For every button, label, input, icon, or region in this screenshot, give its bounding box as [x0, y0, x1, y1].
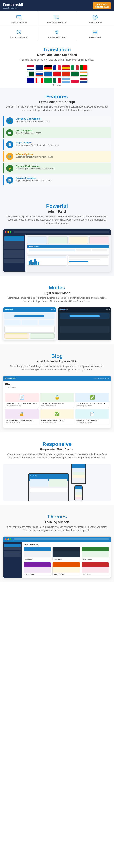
dot-minimize: [7, 538, 9, 540]
feature-performance-desc: Speed is optimized by using clever cachi…: [16, 167, 55, 170]
generator-icon: +: [54, 14, 60, 21]
blog-card-img: 🔒: [40, 393, 74, 402]
nav-domain-generator[interactable]: + DOMAIN GENERATOR: [38, 11, 76, 26]
admin-settings-panel: [68, 255, 109, 266]
blog-screenshot: Domainskit Home Blog Tools Blog Posts & …: [3, 376, 111, 428]
themes-menu-item: [4, 554, 21, 557]
themes-topbar: [3, 536, 111, 542]
admin-sidebar-nav: [3, 235, 25, 272]
nav-expired-domains[interactable]: EXPIRED DOMAINS: [0, 26, 38, 41]
blog-card-3: 🔒 IMPORTANT FACTS ABOUT DOMAINS Short de…: [5, 409, 39, 424]
feature-smtp: ✉️ SMTP Support Send E-Mails through SMT…: [3, 127, 111, 138]
themes-description: If you don't like the default design of …: [7, 525, 107, 532]
desktop-device: Domainskit: [28, 473, 69, 501]
svg-point-16: [56, 31, 57, 32]
admin-screenshot: ■ Search Queries: [3, 229, 111, 272]
flag-tr: [53, 71, 61, 76]
light-mini-card: [4, 334, 29, 339]
flag-it: [71, 65, 79, 70]
nav-dot: [54, 309, 55, 310]
blog-card-2: ✅ A DOMAIN NAME WILL BE AVAILABLE? Short…: [75, 393, 109, 408]
feature-options-desc: Customize all features in the Admin Pane…: [16, 156, 53, 158]
nav-dot: [51, 309, 52, 310]
responsive-title: Responsive: [7, 441, 107, 447]
dark-mini-card: [85, 334, 110, 339]
features-description: DomainsKit is fully-featured by design, …: [4, 105, 110, 112]
nav-dot: [106, 309, 107, 310]
themes-grid: Default Blue Dark Theme Green Theme Purp…: [24, 547, 109, 576]
flag-au: [27, 78, 34, 83]
flags-container: And more: [0, 63, 114, 88]
admin-menu-item-active: [4, 237, 24, 241]
light-card: [4, 320, 21, 325]
blog-section: Blog Post Articles to Improve SEO Superc…: [0, 344, 114, 432]
theme-preview-2: [53, 547, 80, 558]
nav-domain-dns[interactable]: DOMAIN DNS: [76, 26, 114, 41]
pages-icon: 📄: [6, 141, 13, 148]
flag-in: [80, 71, 88, 76]
earn-badge[interactable]: Earn with Affiliates & Ads: [93, 2, 111, 9]
light-mode-navbar: Domainskit: [3, 307, 56, 312]
svg-point-19: [94, 31, 94, 31]
svg-rect-0: [17, 16, 21, 18]
feature-updates-desc: Regular bug fixes & feature-rich updates: [16, 179, 52, 182]
feature-performance: ⚡ Optimal Performance Speed is optimized…: [3, 163, 111, 174]
flag-ar: [62, 78, 70, 83]
address-bar: [14, 231, 109, 233]
nav-domain-location[interactable]: DOMAIN LOCATION: [38, 26, 76, 41]
nav-domain-whois[interactable]: ? DOMAIN WHOIS: [76, 11, 114, 26]
theme-card-3: Green Theme: [82, 547, 109, 561]
phone-screen: [75, 486, 82, 501]
theme-card-4: Purple Theme: [24, 562, 51, 576]
themes-menu-item: [4, 547, 21, 550]
light-mode-body: [3, 312, 56, 340]
flag-sa: [71, 71, 79, 76]
feature-options: ⚙️ Infinite Options Customize all featur…: [3, 151, 111, 162]
powerful-subtitle: Admin Panel: [7, 210, 107, 213]
themes-sidebar: [3, 542, 22, 578]
blog-card-0: 📄 HOW LONG DOES A DOMAIN NAME COST? Shor…: [5, 393, 39, 408]
flag-pk: [27, 71, 34, 76]
admin-chart: [27, 255, 67, 266]
feature-performance-title: Optimal Performance: [16, 165, 55, 167]
blog-subtitle: Post Articles to Improve SEO: [7, 360, 107, 363]
feature-pages-title: Pages Support: [16, 141, 59, 144]
dot-maximize: [10, 231, 11, 233]
tablet-device: [71, 464, 86, 484]
flag-br: [44, 78, 52, 83]
theme-preview-5: [53, 562, 80, 573]
search-icon: [16, 14, 22, 21]
responsive-description: Our products come with beautiful bit sim…: [7, 453, 107, 459]
svg-line-4: [21, 19, 21, 20]
feature-currency-title: Currency Conversion: [16, 117, 50, 120]
theme-card-1: Default Blue: [24, 547, 51, 561]
features-section: Features Extra Perks Of Our Script Domai…: [0, 88, 114, 194]
theme-card-2: Dark Theme: [53, 547, 80, 561]
dot-close: [5, 538, 6, 540]
themes-section: Themes Theming Support If you don't like…: [0, 504, 114, 582]
header: Domainskit Toolkit for Domains Earn with…: [0, 0, 114, 11]
translation-subtitle: Many Languages Supported: [4, 53, 110, 57]
themes-menu-active: [4, 544, 21, 547]
light-content-card: [4, 326, 55, 333]
theme-card-5: Orange Theme: [53, 562, 80, 576]
modes-description: DomainsKit comes with a built in theme s…: [7, 296, 107, 303]
responsive-subtitle: Responsive Web Design: [7, 448, 107, 451]
features-title: Features: [4, 94, 110, 100]
themes-screenshot: Theme Selection Default Blue Dark Theme …: [3, 536, 111, 578]
flag-es: [62, 65, 70, 70]
translation-title: Translation: [4, 46, 110, 53]
light-mini-card: [30, 334, 55, 339]
location-icon: [54, 29, 60, 35]
feature-updates: 🔄 Frequent Updates Regular bug fixes & f…: [3, 175, 111, 186]
clock-icon: [16, 29, 22, 35]
nav-domain-search[interactable]: DOMAIN SEARCH: [0, 11, 38, 26]
options-icon: ⚙️: [6, 153, 13, 160]
admin-stat-card: [48, 237, 68, 244]
feature-smtp-title: SMTP Support: [16, 129, 41, 132]
blog-card-img: 📄: [5, 393, 38, 402]
blog-heading: Blog: [5, 383, 109, 386]
features-list: 💱 Currency Conversion View prices across…: [0, 114, 114, 190]
feature-currency: 💱 Currency Conversion View prices across…: [3, 116, 111, 126]
powerful-description: Our products ship with a custom built cl…: [7, 215, 107, 225]
